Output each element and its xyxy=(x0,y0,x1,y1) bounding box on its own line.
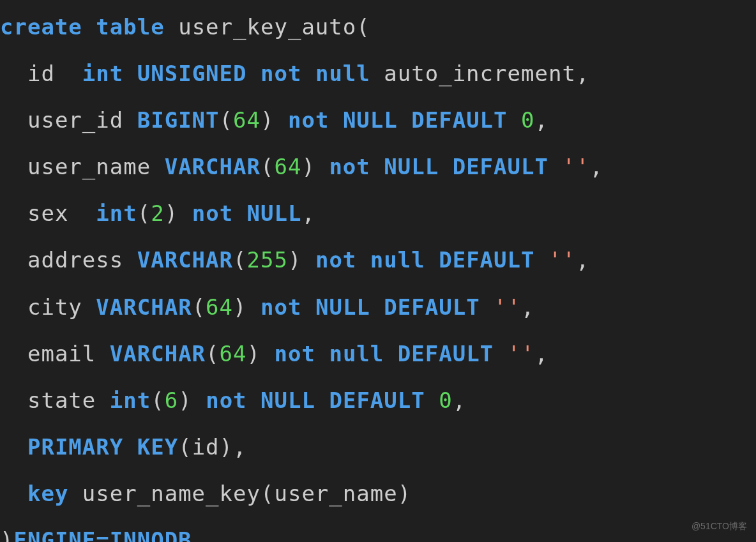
paren: ( xyxy=(206,341,219,366)
index-col: user_name xyxy=(274,481,397,506)
paren: ) xyxy=(398,481,411,506)
paren: ( xyxy=(233,247,246,273)
keyword-default: DEFAULT xyxy=(439,247,534,273)
comma: , xyxy=(576,61,589,86)
size-64: 64 xyxy=(220,341,247,366)
col-id: id xyxy=(27,61,55,86)
keyword-default: DEFAULT xyxy=(329,388,425,413)
comma: , xyxy=(535,107,548,133)
paren: ( xyxy=(261,154,274,179)
keyword-not: not xyxy=(288,107,329,133)
size-6: 6 xyxy=(165,388,178,413)
sql-code-block: create table user_key_auto( id int UNSIG… xyxy=(0,0,756,542)
type-bigint: BIGINT xyxy=(137,107,220,133)
type-int: int xyxy=(96,200,137,226)
keyword-null: NULL xyxy=(261,388,315,413)
default-zero: 0 xyxy=(521,107,534,133)
paren: ( xyxy=(192,294,206,320)
keyword-not: not xyxy=(315,247,356,273)
paren: ) xyxy=(178,388,192,413)
comma: , xyxy=(589,154,603,179)
table-name: user_key_auto xyxy=(178,14,356,40)
paren: ) xyxy=(220,434,233,460)
default-empty: '' xyxy=(494,294,521,320)
paren: ) xyxy=(233,294,246,320)
keyword-not: not xyxy=(261,294,301,320)
watermark: @51CTO博客 xyxy=(692,516,747,536)
comma: , xyxy=(521,294,534,320)
keyword-default: DEFAULT xyxy=(411,107,507,133)
close-paren: ) xyxy=(0,527,13,542)
paren: ( xyxy=(137,200,151,226)
col-user-name: user_name xyxy=(27,154,151,179)
paren: ( xyxy=(151,388,164,413)
default-empty: '' xyxy=(548,247,576,273)
paren: ) xyxy=(247,341,261,366)
keyword-null: null xyxy=(370,247,425,273)
col-city: city xyxy=(27,294,82,320)
keyword-not: not xyxy=(275,341,315,366)
type-varchar: VARCHAR xyxy=(137,247,233,273)
keyword-create: create xyxy=(0,14,82,40)
keyword-not: not xyxy=(329,154,370,179)
col-user-id: user_id xyxy=(27,107,123,133)
keyword-null: NULL xyxy=(247,200,302,226)
keyword-null: null xyxy=(329,341,384,366)
type-int: int xyxy=(110,388,151,413)
col-email: email xyxy=(27,341,96,366)
size-64: 64 xyxy=(206,294,233,320)
paren: ) xyxy=(288,247,301,273)
paren: ( xyxy=(220,107,233,133)
comma: , xyxy=(576,247,589,273)
col-address: address xyxy=(27,247,123,273)
keyword-null: NULL xyxy=(343,107,398,133)
keyword-null: null xyxy=(315,61,370,86)
comma: , xyxy=(535,341,548,366)
auto-increment: auto_increment xyxy=(384,61,576,86)
paren: ) xyxy=(165,200,178,226)
default-empty: '' xyxy=(508,341,535,366)
type-varchar: VARCHAR xyxy=(165,154,261,179)
paren: ( xyxy=(261,481,274,506)
keyword-default: DEFAULT xyxy=(384,294,480,320)
size-2: 2 xyxy=(151,200,164,226)
keyword-null: NULL xyxy=(384,154,439,179)
type-varchar: VARCHAR xyxy=(110,341,206,366)
keyword-not: not xyxy=(192,200,233,226)
pk-col: id xyxy=(192,434,220,460)
paren: ( xyxy=(178,434,192,460)
open-paren: ( xyxy=(356,14,370,40)
paren: ) xyxy=(301,154,315,179)
comma: , xyxy=(301,200,315,226)
keyword-default: DEFAULT xyxy=(398,341,494,366)
size-64: 64 xyxy=(274,154,301,179)
default-zero: 0 xyxy=(439,388,452,413)
index-name: user_name_key xyxy=(82,481,261,506)
keyword-table: table xyxy=(96,14,164,40)
keyword-not: not xyxy=(206,388,246,413)
comma: , xyxy=(453,388,466,413)
default-empty: '' xyxy=(562,154,589,179)
comma: , xyxy=(233,434,246,460)
type-varchar: VARCHAR xyxy=(96,294,192,320)
keyword-primary: PRIMARY xyxy=(27,434,123,460)
engine-clause: ENGINE=INNODB xyxy=(13,527,192,542)
keyword-key: key xyxy=(27,481,68,506)
keyword-null: NULL xyxy=(315,294,370,320)
keyword-key: KEY xyxy=(137,434,178,460)
col-sex: sex xyxy=(27,200,68,226)
type-int: int xyxy=(82,61,123,86)
size-255: 255 xyxy=(247,247,288,273)
col-state: state xyxy=(27,388,96,413)
paren: ) xyxy=(261,107,274,133)
keyword-default: DEFAULT xyxy=(453,154,548,179)
keyword-not: not xyxy=(261,61,301,86)
keyword-unsigned: UNSIGNED xyxy=(137,61,247,86)
size-64: 64 xyxy=(233,107,261,133)
